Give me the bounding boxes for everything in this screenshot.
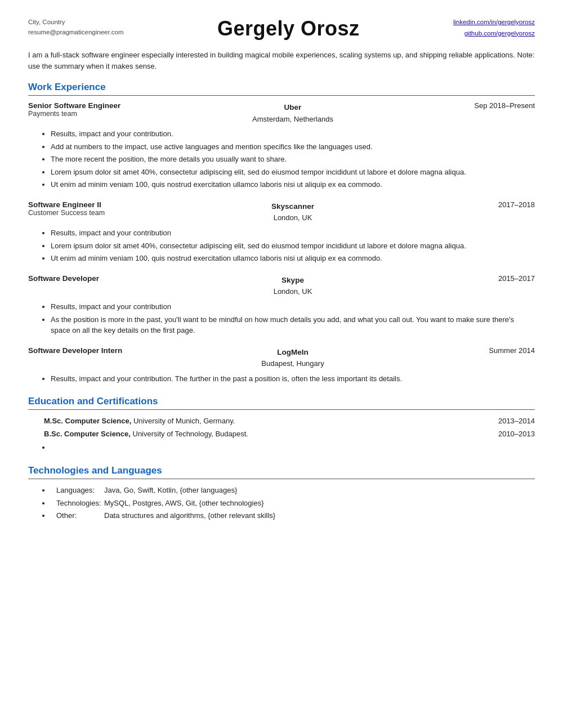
education-item-3 (51, 442, 535, 453)
job-1-location: Amsterdam, Netherlands (152, 114, 434, 126)
education-item-2: B.Sc. Computer Science, University of Te… (44, 428, 535, 440)
job-3-title-block: Software Developer (28, 274, 152, 283)
job-4-company: LogMeIn (152, 346, 434, 359)
education-section: Education and Certifications M.Sc. Compu… (28, 396, 535, 453)
resume-header: City, Country resume@pragmaticengineer.c… (28, 17, 535, 41)
job-2-company: Skyscanner (152, 200, 434, 213)
job-3-bullets: Results, impact and your contribution As… (51, 301, 535, 336)
header-center: Gergely Orosz (124, 17, 453, 41)
tech-item-3: Other: Data structures and algorithms, {… (51, 510, 535, 521)
education-item-2-text: B.Sc. Computer Science, University of Te… (44, 428, 248, 440)
list-item: Lorem ipsum dolor sit amet 40%, consecte… (51, 240, 535, 252)
job-3-header: Software Developer Skype London, UK 2015… (28, 274, 535, 298)
tech-label-2: Technologies: (51, 498, 104, 509)
technologies-divider (28, 479, 535, 479)
job-3-date: 2015–2017 (434, 274, 535, 283)
job-2-title: Software Engineer II (28, 200, 152, 209)
job-2-subtitle: Customer Success team (28, 209, 152, 217)
education-item-2-year: 2010–2013 (490, 428, 535, 440)
job-4-header: Software Developer Intern LogMeIn Budape… (28, 346, 535, 370)
job-2-date: 2017–2018 (434, 200, 535, 209)
list-item: Lorem ipsum dolor sit amet 40%, consecte… (51, 167, 535, 178)
job-4-title-block: Software Developer Intern (28, 346, 152, 355)
job-1: Senior Software Engineer Payments team U… (28, 101, 535, 190)
tech-label-3: Other: (51, 510, 104, 521)
job-4-bullets: Results, impact and your contribution. T… (51, 373, 535, 385)
job-2-title-block: Software Engineer II Customer Success te… (28, 200, 152, 217)
job-1-title-block: Senior Software Engineer Payments team (28, 101, 152, 118)
list-item: Ut enim ad minim veniam 100, quis nostru… (51, 253, 535, 264)
job-4-company-block: LogMeIn Budapest, Hungary (152, 346, 434, 370)
education-item-1: M.Sc. Computer Science, University of Mu… (44, 416, 535, 427)
education-title: Education and Certifications (28, 396, 535, 407)
education-item-1-rest: University of Munich, Germany. (131, 417, 235, 425)
job-3-company-block: Skype London, UK (152, 274, 434, 298)
list-item: Results, impact and your contribution. (51, 128, 535, 140)
list-item: Add at numbers to the impact, use active… (51, 141, 535, 153)
job-4-title: Software Developer Intern (28, 346, 152, 355)
job-2-company-block: Skyscanner London, UK (152, 200, 434, 224)
job-1-subtitle: Payments team (28, 110, 152, 118)
tech-label-1: Languages: (51, 485, 104, 496)
job-1-company: Uber (152, 101, 434, 114)
job-4-location: Budapest, Hungary (152, 358, 434, 370)
job-2: Software Engineer II Customer Success te… (28, 200, 535, 264)
job-1-bullets: Results, impact and your contribution. A… (51, 128, 535, 190)
job-1-header: Senior Software Engineer Payments team U… (28, 101, 535, 125)
technologies-section: Technologies and Languages Languages: Ja… (28, 465, 535, 521)
tech-item-1: Languages: Java, Go, Swift, Kotlin, {oth… (51, 485, 535, 496)
job-4-date: Summer 2014 (434, 346, 535, 355)
work-divider (28, 95, 535, 96)
list-item: As the position is more in the past, you… (51, 314, 535, 336)
education-list: M.Sc. Computer Science, University of Mu… (44, 416, 535, 453)
tech-value-2: MySQL, Postgres, AWS, Git, {other techno… (104, 498, 264, 509)
education-item-2-rest: University of Technology, Budapest. (131, 430, 248, 438)
list-item: The more recent the position, the more d… (51, 154, 535, 165)
job-2-bullets: Results, impact and your contribution Lo… (51, 227, 535, 264)
technologies-title: Technologies and Languages (28, 465, 535, 476)
linkedin-link[interactable]: linkedin.com/in/gergelyorosz (453, 19, 535, 25)
header-right: linkedin.com/in/gergelyorosz github.com/… (453, 17, 535, 39)
header-left: City, Country resume@pragmaticengineer.c… (28, 17, 124, 38)
job-3-company: Skype (152, 274, 434, 287)
education-divider (28, 409, 535, 410)
candidate-name: Gergely Orosz (124, 17, 453, 41)
tech-value-3: Data structures and algorithms, {other r… (104, 510, 275, 521)
list-item: Ut enim ad minim veniam 100, quis nostru… (51, 179, 535, 190)
work-experience-title: Work Experience (28, 82, 535, 93)
job-4: Software Developer Intern LogMeIn Budape… (28, 346, 535, 385)
header-email: resume@pragmaticengineer.com (28, 27, 124, 37)
job-2-location: London, UK (152, 212, 434, 224)
education-item-1-text: M.Sc. Computer Science, University of Mu… (44, 416, 235, 427)
work-experience-section: Work Experience Senior Software Engineer… (28, 82, 535, 385)
tech-item-2: Technologies: MySQL, Postgres, AWS, Git,… (51, 498, 535, 509)
job-3-title: Software Developer (28, 274, 152, 283)
job-2-header: Software Engineer II Customer Success te… (28, 200, 535, 224)
list-item: Results, impact and your contribution. T… (51, 373, 535, 385)
education-item-1-year: 2013–2014 (490, 416, 535, 427)
job-1-company-block: Uber Amsterdam, Netherlands (152, 101, 434, 125)
list-item: Results, impact and your contribution (51, 301, 535, 312)
list-item: Results, impact and your contribution (51, 227, 535, 239)
job-1-date: Sep 2018–Present (434, 101, 535, 110)
job-1-title: Senior Software Engineer (28, 101, 152, 110)
technologies-list: Languages: Java, Go, Swift, Kotlin, {oth… (51, 485, 535, 521)
job-3-location: London, UK (152, 286, 434, 298)
education-item-2-bold: B.Sc. Computer Science, (44, 430, 131, 438)
education-item-1-bold: M.Sc. Computer Science, (44, 417, 131, 425)
header-location: City, Country (28, 17, 124, 27)
job-3: Software Developer Skype London, UK 2015… (28, 274, 535, 336)
summary-text: I am a full-stack software engineer espe… (28, 50, 535, 72)
github-link[interactable]: github.com/gergelyorosz (464, 30, 535, 37)
tech-value-1: Java, Go, Swift, Kotlin, {other language… (104, 485, 237, 496)
